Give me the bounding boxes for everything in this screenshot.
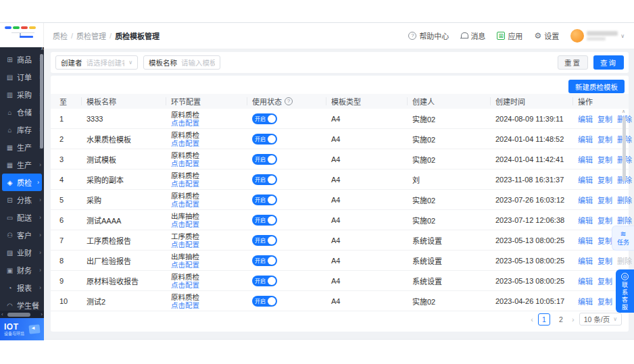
sidebar-scrollbar-vertical[interactable]: ∧	[39, 49, 44, 311]
action-edit[interactable]: 编辑	[578, 154, 593, 165]
scroll-left-icon[interactable]: ‹	[1, 311, 3, 317]
bell-icon	[460, 32, 468, 40]
status-toggle[interactable]: 开启	[252, 276, 277, 286]
tasks-label: 任务	[617, 238, 629, 246]
status-toggle[interactable]: 开启	[252, 235, 277, 246]
template-type: A4	[331, 236, 412, 244]
contact-support-float-button[interactable]: ⊙ 联系客服	[616, 269, 634, 313]
action-edit[interactable]: 编辑	[578, 113, 593, 124]
sidebar-scroll-thumb[interactable]	[40, 54, 43, 149]
sidebar-item-商品[interactable]: ⊞商品›	[0, 51, 44, 68]
app-logo[interactable]	[0, 23, 44, 47]
configure-link[interactable]: 点击配置	[171, 220, 252, 228]
sidebar-item-客户[interactable]: ⚇客户›	[0, 226, 44, 244]
sidebar-item-生产[interactable]: ▦生产›	[0, 156, 44, 174]
action-edit[interactable]: 编辑	[578, 235, 593, 246]
breadcrumb-item[interactable]: 质检管理	[76, 30, 106, 41]
status-toggle[interactable]: 开启	[252, 113, 277, 124]
action-copy[interactable]: 复制	[598, 255, 612, 266]
action-edit[interactable]: 编辑	[578, 296, 593, 307]
search-button[interactable]: 查询	[593, 55, 624, 70]
action-copy[interactable]: 复制	[598, 296, 612, 307]
action-edit[interactable]: 编辑	[578, 255, 593, 266]
settings-button[interactable]: ⚙ 设置	[534, 30, 559, 41]
action-edit[interactable]: 编辑	[578, 194, 593, 205]
sidebar-item-label: 生产	[17, 142, 36, 153]
warehouse-icon: ⌂	[5, 109, 14, 116]
action-copy[interactable]: 复制	[598, 194, 612, 205]
action-copy[interactable]: 复制	[598, 276, 612, 286]
action-edit[interactable]: 编辑	[578, 134, 593, 145]
action-edit[interactable]: 编辑	[578, 276, 593, 286]
help-center-button[interactable]: ? 帮助中心	[408, 30, 449, 41]
table-scroll-thumb[interactable]	[623, 117, 626, 181]
prev-page-icon[interactable]: ‹	[531, 315, 533, 323]
sidebar-item-业财[interactable]: ▨业财›	[0, 244, 44, 261]
next-page-icon[interactable]: ›	[572, 315, 575, 323]
action-copy[interactable]: 复制	[598, 235, 612, 246]
status-cell: 开启	[252, 235, 331, 246]
configure-link[interactable]: 点击配置	[171, 261, 252, 269]
sidebar-scrollbar-horizontal[interactable]: ‹ ›	[0, 311, 44, 318]
iot-banner[interactable]: IOT 设备与环境	[0, 318, 44, 340]
action-edit[interactable]: 编辑	[578, 215, 593, 226]
sidebar-item-库存[interactable]: ⌂库存›	[0, 121, 44, 138]
support-label: 联系客服	[620, 282, 629, 311]
grid-icon: ⊞	[5, 56, 14, 63]
sidebar-hscroll-thumb[interactable]	[7, 313, 30, 317]
template-name-label: 模板名称	[149, 57, 177, 68]
page-number-1[interactable]: 1	[538, 313, 550, 326]
sidebar-item-label: 仓储	[17, 107, 36, 118]
scroll-right-icon[interactable]: ›	[41, 311, 43, 317]
reset-button[interactable]: 重置	[558, 55, 588, 70]
info-circle-icon[interactable]: ?	[285, 97, 293, 105]
sidebar-item-质检[interactable]: ◈质检›	[2, 174, 42, 191]
status-toggle[interactable]: 开启	[252, 174, 277, 185]
configure-link[interactable]: 点击配置	[171, 159, 252, 167]
action-copy[interactable]: 复制	[598, 174, 612, 185]
configure-link[interactable]: 点击配置	[171, 301, 252, 309]
apps-button[interactable]: ⊞ 应用	[497, 30, 522, 41]
action-copy[interactable]: 复制	[598, 215, 612, 226]
status-toggle[interactable]: 开启	[252, 296, 277, 307]
sidebar-item-采购[interactable]: ▥采购›	[0, 86, 44, 103]
sidebar-item-仓储[interactable]: ⌂仓储›	[0, 103, 44, 121]
status-toggle[interactable]: 开启	[252, 134, 277, 145]
action-edit[interactable]: 编辑	[578, 174, 593, 185]
sidebar-item-报表[interactable]: ◔报表›	[0, 279, 44, 296]
template-name-input[interactable]: 模板名称 请输入模板名称	[143, 55, 220, 70]
status-toggle[interactable]: 开启	[252, 255, 277, 266]
action-copy[interactable]: 复制	[598, 113, 612, 124]
scroll-up-icon[interactable]: ∧	[41, 46, 44, 51]
sidebar-item-生产[interactable]: ▦生产›	[0, 138, 44, 156]
new-template-button[interactable]: 新建质检模板	[568, 80, 625, 93]
sidebar-item-订单[interactable]: ▤订单›	[0, 68, 44, 86]
sidebar-item-配送[interactable]: ▭配送›	[0, 209, 44, 226]
action-copy[interactable]: 复制	[598, 154, 612, 165]
tasks-float-button[interactable]: ≋ 任务	[612, 226, 634, 251]
configure-link[interactable]: 点击配置	[171, 180, 252, 188]
template-type: A4	[331, 257, 412, 265]
stage-name: 原料质检	[171, 111, 252, 119]
status-toggle[interactable]: 开启	[252, 215, 277, 226]
page-number-2[interactable]: 2	[555, 313, 567, 326]
creator-select[interactable]: 创建者 请选择创建者 ∨	[55, 55, 138, 70]
status-toggle[interactable]: 开启	[252, 154, 277, 165]
messages-button[interactable]: 消息	[460, 30, 485, 41]
template-name: 测试AAAA	[87, 215, 171, 226]
configure-link[interactable]: 点击配置	[171, 281, 252, 289]
sidebar-item-label: 学生餐	[17, 300, 41, 311]
user-menu[interactable]: ∨	[570, 29, 625, 43]
sidebar-item-财务[interactable]: ▣财务›	[0, 261, 44, 279]
configure-link[interactable]: 点击配置	[171, 200, 252, 208]
configure-link[interactable]: 点击配置	[171, 139, 252, 147]
action-copy[interactable]: 复制	[598, 134, 612, 145]
scroll-up-icon[interactable]: ∧	[622, 109, 625, 114]
stage-config-cell: 原料质检点击配置	[171, 273, 252, 289]
configure-link[interactable]: 点击配置	[171, 240, 252, 249]
breadcrumb-item[interactable]: 质检	[53, 30, 68, 41]
sidebar-item-分拣[interactable]: ⊟分拣›	[0, 191, 44, 209]
configure-link[interactable]: 点击配置	[171, 119, 252, 127]
status-toggle[interactable]: 开启	[252, 194, 277, 205]
page-size-select[interactable]: 10 条/页∨	[579, 313, 622, 326]
